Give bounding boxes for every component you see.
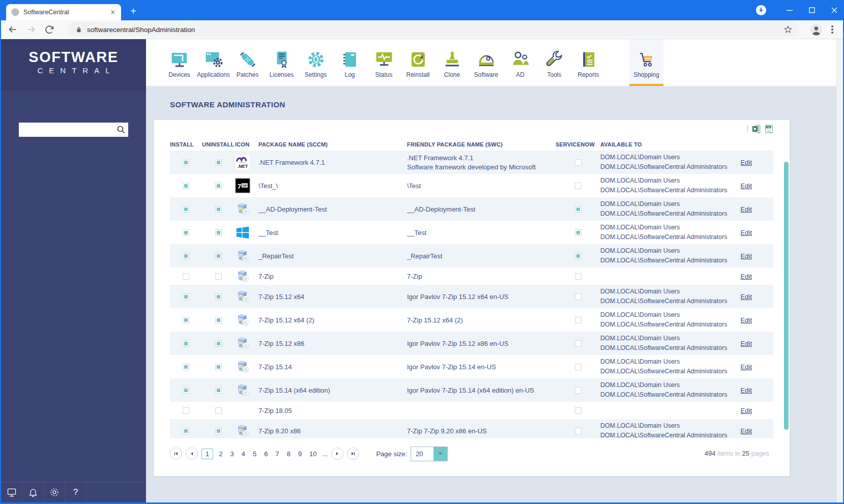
bookmark-star-icon[interactable] bbox=[783, 25, 793, 34]
edit-link[interactable]: Edit bbox=[741, 252, 773, 260]
maximize-button[interactable] bbox=[808, 7, 816, 14]
install-checkbox[interactable] bbox=[183, 206, 189, 213]
servicenow-checkbox[interactable] bbox=[575, 293, 581, 300]
nav-item-log[interactable]: Log bbox=[333, 39, 367, 86]
uninstall-checkbox[interactable] bbox=[215, 229, 222, 236]
nav-item-settings[interactable]: Settings bbox=[299, 39, 333, 86]
servicenow-checkbox[interactable] bbox=[575, 407, 581, 414]
computer-icon[interactable] bbox=[1, 482, 22, 502]
nav-item-software[interactable]: Software bbox=[469, 39, 503, 86]
servicenow-checkbox[interactable] bbox=[575, 273, 581, 280]
uninstall-checkbox[interactable] bbox=[215, 340, 222, 347]
install-checkbox[interactable] bbox=[183, 159, 189, 166]
table-scrollbar[interactable] bbox=[784, 162, 789, 430]
help-icon[interactable]: ? bbox=[65, 482, 86, 502]
uninstall-checkbox[interactable] bbox=[215, 407, 222, 414]
page-number-1[interactable]: 1 bbox=[201, 449, 213, 459]
uninstall-checkbox[interactable] bbox=[215, 428, 222, 434]
nav-item-patches[interactable]: Patches bbox=[230, 39, 265, 86]
page-number-2[interactable]: 2 bbox=[217, 449, 224, 459]
install-checkbox[interactable] bbox=[183, 317, 189, 323]
back-button[interactable] bbox=[7, 24, 18, 35]
browser-scrollbar[interactable] bbox=[836, 39, 843, 502]
install-checkbox[interactable] bbox=[183, 253, 189, 259]
nav-item-clone[interactable]: Clone bbox=[435, 39, 469, 86]
edit-link[interactable]: Edit bbox=[741, 363, 773, 371]
install-checkbox[interactable] bbox=[183, 407, 189, 414]
servicenow-checkbox[interactable] bbox=[575, 317, 581, 323]
forward-button[interactable] bbox=[25, 24, 37, 35]
edit-link[interactable]: Edit bbox=[741, 182, 773, 190]
edit-link[interactable]: Edit bbox=[741, 229, 773, 236]
uninstall-checkbox[interactable] bbox=[215, 364, 222, 370]
profile-avatar[interactable] bbox=[810, 23, 823, 36]
nav-item-ad[interactable]: AD bbox=[503, 39, 537, 86]
uninstall-checkbox[interactable] bbox=[215, 293, 222, 300]
uninstall-checkbox[interactable] bbox=[215, 317, 222, 323]
nav-item-devices[interactable]: Devices bbox=[162, 39, 196, 86]
nav-item-shopping[interactable]: Shopping bbox=[629, 39, 663, 86]
next-page-button[interactable] bbox=[331, 448, 343, 460]
page-number-10[interactable]: 10 bbox=[307, 449, 318, 459]
edit-link[interactable]: Edit bbox=[741, 273, 773, 280]
edit-link[interactable]: Edit bbox=[741, 387, 773, 394]
install-checkbox[interactable] bbox=[183, 364, 189, 370]
new-tab-button[interactable]: + bbox=[127, 5, 139, 17]
install-checkbox[interactable] bbox=[183, 183, 189, 189]
uninstall-checkbox[interactable] bbox=[215, 159, 222, 166]
page-size-select[interactable]: 20 bbox=[411, 447, 448, 461]
excel-export-icon[interactable] bbox=[752, 125, 761, 133]
csv-export-icon[interactable]: CSV bbox=[765, 125, 773, 133]
browser-tab[interactable]: SoftwareCentral bbox=[6, 4, 121, 20]
nav-item-tools[interactable]: Tools bbox=[537, 39, 571, 86]
install-checkbox[interactable] bbox=[183, 387, 189, 394]
edit-link[interactable]: Edit bbox=[741, 159, 773, 166]
servicenow-checkbox[interactable] bbox=[575, 364, 581, 370]
uninstall-checkbox[interactable] bbox=[215, 387, 222, 394]
browser-menu-icon[interactable] bbox=[828, 25, 837, 34]
servicenow-checkbox[interactable] bbox=[575, 183, 581, 189]
page-number-9[interactable]: 9 bbox=[296, 449, 304, 459]
nav-item-status[interactable]: Status bbox=[367, 39, 401, 86]
servicenow-checkbox[interactable] bbox=[575, 387, 581, 394]
first-page-button[interactable] bbox=[170, 448, 182, 460]
edit-link[interactable]: Edit bbox=[741, 407, 773, 414]
edit-link[interactable]: Edit bbox=[741, 340, 773, 347]
edit-link[interactable]: Edit bbox=[741, 205, 773, 213]
page-number-3[interactable]: 3 bbox=[228, 449, 236, 459]
uninstall-checkbox[interactable] bbox=[215, 206, 222, 213]
reload-button[interactable] bbox=[44, 24, 55, 35]
servicenow-checkbox[interactable] bbox=[575, 229, 581, 236]
servicenow-checkbox[interactable] bbox=[575, 428, 581, 434]
page-number-8[interactable]: 8 bbox=[285, 449, 293, 459]
page-number-4[interactable]: 4 bbox=[240, 449, 247, 459]
servicenow-checkbox[interactable] bbox=[575, 206, 581, 213]
close-window-button[interactable] bbox=[831, 7, 838, 14]
servicenow-checkbox[interactable] bbox=[575, 340, 581, 347]
previous-page-button[interactable] bbox=[186, 448, 198, 460]
nav-item-licenses[interactable]: Licenses bbox=[265, 39, 299, 86]
last-page-button[interactable] bbox=[347, 448, 359, 460]
minimize-button[interactable] bbox=[786, 7, 793, 14]
url-text[interactable]: softwarecentral/ShopAdministration bbox=[87, 26, 783, 34]
servicenow-checkbox[interactable] bbox=[575, 253, 581, 259]
search-icon[interactable] bbox=[117, 125, 126, 134]
servicenow-checkbox[interactable] bbox=[575, 159, 581, 166]
install-checkbox[interactable] bbox=[183, 293, 189, 300]
tab-close-icon[interactable] bbox=[109, 8, 117, 16]
edit-link[interactable]: Edit bbox=[741, 293, 773, 301]
address-bar[interactable]: softwarecentral/ShopAdministration bbox=[67, 22, 800, 37]
install-checkbox[interactable] bbox=[183, 428, 189, 434]
search-input[interactable] bbox=[19, 123, 128, 137]
nav-item-reinstall[interactable]: Reinstall bbox=[401, 39, 435, 86]
edit-link[interactable]: Edit bbox=[741, 316, 773, 324]
uninstall-checkbox[interactable] bbox=[215, 273, 222, 280]
settings-gear-icon[interactable] bbox=[44, 482, 65, 502]
install-checkbox[interactable] bbox=[183, 340, 189, 347]
nav-item-applications[interactable]: Applications bbox=[196, 39, 230, 86]
nav-item-reports[interactable]: Reports bbox=[571, 39, 605, 86]
notifications-icon[interactable] bbox=[22, 482, 44, 502]
uninstall-checkbox[interactable] bbox=[215, 253, 222, 259]
page-number-6[interactable]: 6 bbox=[262, 449, 270, 459]
page-number-7[interactable]: 7 bbox=[273, 449, 281, 459]
